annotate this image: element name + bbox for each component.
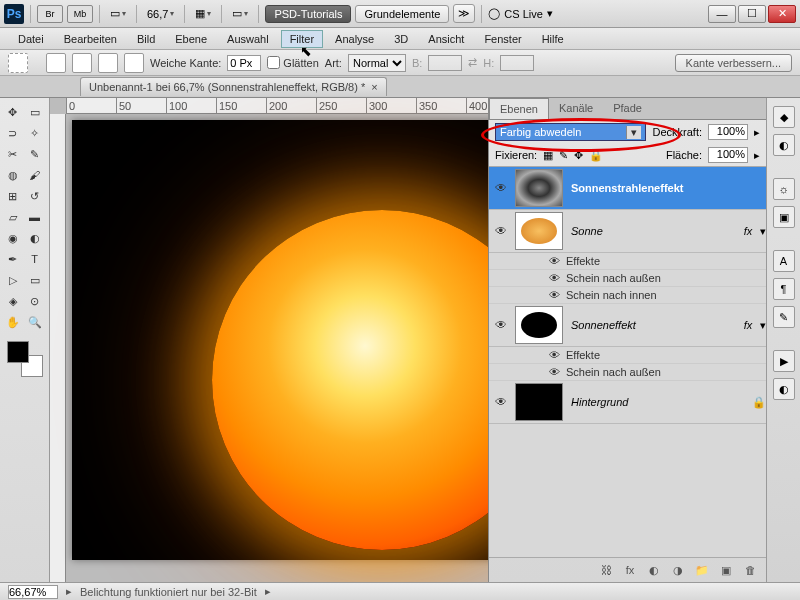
dock-para-icon[interactable]: ¶ <box>773 278 795 300</box>
3d-camera-tool[interactable]: ⊙ <box>24 291 45 311</box>
effect-item[interactable]: 👁Schein nach außen <box>489 270 766 287</box>
layer-name[interactable]: Sonne <box>565 225 736 237</box>
hand-tool[interactable]: ✋ <box>2 312 23 332</box>
type-tool[interactable]: T <box>24 249 45 269</box>
close-button[interactable]: ✕ <box>768 5 796 23</box>
lock-brush-icon[interactable]: ✎ <box>559 149 568 162</box>
menu-filter[interactable]: Filter <box>281 30 323 48</box>
dock-brush-icon[interactable]: ✎ <box>773 306 795 328</box>
selmode-sub-icon[interactable] <box>98 53 118 73</box>
menu-fenster[interactable]: Fenster <box>476 31 529 47</box>
pen-tool[interactable]: ✒ <box>2 249 23 269</box>
effects-header[interactable]: 👁Effekte <box>489 347 766 364</box>
heal-tool[interactable]: ◍ <box>2 165 23 185</box>
dodge-tool[interactable]: ◐ <box>24 228 45 248</box>
grundelemente-button[interactable]: Grundelemente <box>355 5 449 23</box>
menu-ebene[interactable]: Ebene <box>167 31 215 47</box>
cslive-button[interactable]: ◯ CS Live ▾ <box>488 7 553 20</box>
blur-tool[interactable]: ◉ <box>2 228 23 248</box>
menu-hilfe[interactable]: Hilfe <box>534 31 572 47</box>
minimize-button[interactable]: — <box>708 5 736 23</box>
layer-thumb[interactable] <box>515 383 563 421</box>
path-select-tool[interactable]: ▷ <box>2 270 23 290</box>
document-tab[interactable]: Unbenannt-1 bei 66,7% (Sonnenstrahleneff… <box>80 77 387 96</box>
fx-icon[interactable]: fx <box>736 319 760 331</box>
expand-button[interactable]: ≫ <box>453 4 475 23</box>
style-select[interactable]: Normal <box>348 54 406 72</box>
effect-item[interactable]: 👁Schein nach innen <box>489 287 766 304</box>
lock-all-icon[interactable]: 🔒 <box>589 149 603 162</box>
visibility-toggle[interactable]: 👁 <box>489 224 513 238</box>
dock-masks-icon[interactable]: ▣ <box>773 206 795 228</box>
layer-mask-icon[interactable]: ◐ <box>646 564 662 577</box>
selmode-intersect-icon[interactable] <box>124 53 144 73</box>
effect-item[interactable]: 👁Schein nach außen <box>489 364 766 381</box>
effects-header[interactable]: 👁Effekte <box>489 253 766 270</box>
layer-name[interactable]: Sonneneffekt <box>565 319 736 331</box>
dock-char-icon[interactable]: A <box>773 250 795 272</box>
layer-row[interactable]: 👁 Hintergrund 🔒 <box>489 381 766 424</box>
new-layer-icon[interactable]: ▣ <box>718 564 734 577</box>
brush-tool[interactable]: 🖌 <box>24 165 45 185</box>
menu-ansicht[interactable]: Ansicht <box>420 31 472 47</box>
layer-row[interactable]: 👁 Sonneneffekt fx▾ <box>489 304 766 347</box>
menu-bild[interactable]: Bild <box>129 31 163 47</box>
arrange-dropdown[interactable]: ▦ <box>191 7 215 20</box>
shape-tool[interactable]: ▭ <box>24 270 45 290</box>
menu-auswahl[interactable]: Auswahl <box>219 31 277 47</box>
dock-actions-icon[interactable]: ◐ <box>773 378 795 400</box>
wand-tool[interactable]: ✧ <box>24 123 45 143</box>
refine-edge-button[interactable]: Kante verbessern... <box>675 54 792 72</box>
adjustment-layer-icon[interactable]: ◑ <box>670 564 686 577</box>
close-tab-icon[interactable]: × <box>371 81 377 93</box>
selmode-add-icon[interactable] <box>72 53 92 73</box>
feather-input[interactable] <box>227 55 261 71</box>
selmode-new-icon[interactable] <box>46 53 66 73</box>
minibridge-button[interactable]: Mb <box>67 5 93 23</box>
link-layers-icon[interactable]: ⛓ <box>598 564 614 576</box>
move-tool[interactable]: ✥ <box>2 102 23 122</box>
gradient-tool[interactable]: ▬ <box>24 207 45 227</box>
lock-move-icon[interactable]: ✥ <box>574 149 583 162</box>
visibility-toggle[interactable]: 👁 <box>489 318 513 332</box>
opacity-input[interactable]: 100% <box>708 124 748 140</box>
canvas-area[interactable]: 050100150200250300350400450500 <box>50 98 488 582</box>
fx-icon[interactable]: fx <box>736 225 760 237</box>
bridge-button[interactable]: Br <box>37 5 63 23</box>
status-zoom-input[interactable] <box>8 585 58 599</box>
3d-tool[interactable]: ◈ <box>2 291 23 311</box>
menu-analyse[interactable]: Analyse <box>327 31 382 47</box>
tab-kanaele[interactable]: Kanäle <box>549 98 603 119</box>
tab-ebenen[interactable]: Ebenen <box>489 98 549 119</box>
eyedropper-tool[interactable]: ✎ <box>24 144 45 164</box>
layer-row[interactable]: 👁 Sonne fx▾ <box>489 210 766 253</box>
delete-layer-icon[interactable]: 🗑 <box>742 564 758 576</box>
antialias-checkbox[interactable]: Glätten <box>267 56 318 69</box>
layer-group-icon[interactable]: 📁 <box>694 564 710 577</box>
eraser-tool[interactable]: ▱ <box>2 207 23 227</box>
layer-name[interactable]: Sonnenstrahleneffekt <box>565 182 766 194</box>
stamp-tool[interactable]: ⊞ <box>2 186 23 206</box>
marquee-tool[interactable]: ▭ <box>24 102 45 122</box>
zoom-dropdown[interactable]: 66,7 <box>143 8 178 20</box>
extras-dropdown[interactable]: ▭ <box>228 7 252 20</box>
lock-pixels-icon[interactable]: ▦ <box>543 149 553 162</box>
canvas[interactable] <box>72 120 488 560</box>
layer-name[interactable]: Hintergrund <box>565 396 752 408</box>
layer-thumb[interactable] <box>515 212 563 250</box>
dock-color-icon[interactable]: ◐ <box>773 134 795 156</box>
layer-thumb[interactable] <box>515 306 563 344</box>
dock-swatches-icon[interactable]: ◆ <box>773 106 795 128</box>
zoom-tool[interactable]: 🔍 <box>24 312 45 332</box>
dock-adjust-icon[interactable]: ☼ <box>773 178 795 200</box>
dock-history-icon[interactable]: ▶ <box>773 350 795 372</box>
history-brush-tool[interactable]: ↺ <box>24 186 45 206</box>
fill-input[interactable]: 100% <box>708 147 748 163</box>
menu-bearbeiten[interactable]: Bearbeiten <box>56 31 125 47</box>
screen-mode-dropdown[interactable]: ▭ <box>106 7 130 20</box>
layer-fx-icon[interactable]: fx <box>622 564 638 576</box>
menu-3d[interactable]: 3D <box>386 31 416 47</box>
menu-datei[interactable]: Datei <box>10 31 52 47</box>
blend-mode-select[interactable]: Farbig abwedeln <box>495 123 646 141</box>
maximize-button[interactable]: ☐ <box>738 5 766 23</box>
